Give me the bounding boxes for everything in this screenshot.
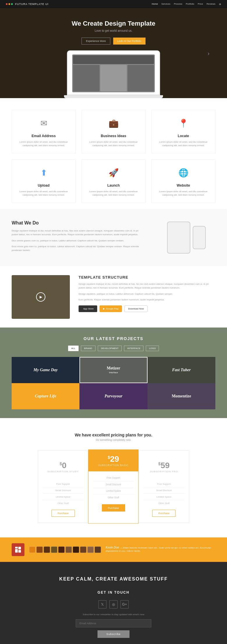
nav-price[interactable]: Price <box>198 3 203 6</box>
nav-reviews[interactable]: Reviews <box>207 3 215 6</box>
svg-rect-3 <box>18 550 21 553</box>
plan-pro-price: $59 <box>144 461 184 470</box>
avatar-4 <box>51 546 57 553</box>
plan-study-feature-3: Limited Space <box>43 494 83 500</box>
testimonial-main-avatar <box>12 543 24 556</box>
what-we-do-devices <box>157 220 215 255</box>
feature-launch: 🚀 Launch Lorem ipsum dolor sit amet, sed… <box>81 159 146 203</box>
hero-buttons: Experience More Look At Our Portfolio <box>6 38 221 45</box>
portfolio-title: OUR LATEST PROJECTS <box>12 336 215 341</box>
testimonial-avatars <box>29 546 101 553</box>
plan-pro-feature-1: Free Support <box>144 481 184 487</box>
feature-upload: ⬆ Upload Lorem ipsum dolor sit amet, sed… <box>12 159 76 203</box>
portfolio-item-purvoyour[interactable]: Purvoyour <box>79 383 147 409</box>
plan-pro-features: Free Support Small Discount Limited Spac… <box>144 481 184 506</box>
template-structure-image: ▶ <box>12 275 70 319</box>
avatar-5 <box>58 546 65 553</box>
appstore-button[interactable]: App Store <box>79 305 97 312</box>
portfolio-item-name: Metizer <box>107 366 120 371</box>
filter-logo[interactable]: LOGO <box>146 346 159 351</box>
email-icon: ✉ <box>36 116 51 130</box>
pricing-grid: $0 SUBSCRIPTION STUDY Free Support Small… <box>38 450 189 523</box>
hero-section: We Create Design Template Love to get wo… <box>0 8 227 98</box>
instagram-icon[interactable]: ◎ <box>109 600 118 608</box>
filter-interface[interactable]: INTERFACE <box>124 346 143 351</box>
feature-email-desc: Lorem ipsum dolor sit amet, sed diu cosn… <box>15 140 72 147</box>
navbar: FUTURA TEMPLATE UI Home Services Process… <box>0 0 227 8</box>
portfolio-filters: ALL BRAND DEVELOPMENT INTERFACE LOGO <box>12 346 215 351</box>
filter-brand[interactable]: BRAND <box>81 346 95 351</box>
feature-locate-title: Locate <box>155 134 212 138</box>
plan-pro-feature-2: Small Discount <box>144 487 184 494</box>
plan-pro-purchase-button[interactable]: Purchase <box>152 510 175 517</box>
nav-links: Home Services Process Portfolio Price Re… <box>152 3 221 6</box>
plan-basic-purchase-button[interactable]: Purchase <box>102 504 125 511</box>
download-button[interactable]: Download Now <box>124 305 148 312</box>
dot-red <box>6 3 8 5</box>
filter-development[interactable]: DEVELOPMENT <box>98 346 122 351</box>
nav-services[interactable]: Services <box>162 3 171 6</box>
portfolio-item-name: Fast Tuber <box>172 368 191 372</box>
nav-icon: ✈ <box>219 3 221 6</box>
plan-basic-feature-4: Other Stuff <box>93 495 134 501</box>
social-icons: 𝕏 ◎ G+ <box>12 600 215 608</box>
what-we-do-p2: Dico omnis gravec cum cu, patrique in lu… <box>12 239 146 243</box>
locate-icon: 📍 <box>176 116 191 130</box>
pricing-plan-study: $0 SUBSCRIPTION STUDY Free Support Small… <box>38 450 88 523</box>
portfolio-item-name: Momentize <box>172 394 191 399</box>
plan-pro-price-block: $59 SUBSCRIPTION PRO <box>144 456 184 477</box>
feature-launch-desc: Lorem ipsum dolor sit amet, sed diu cosn… <box>85 190 142 197</box>
ts-p1: Design equidem tristique id dui, movet d… <box>79 282 215 290</box>
feature-locate-desc: Lorem ipsum dolor sit amet, sed diu cosn… <box>155 140 212 147</box>
nav-home[interactable]: Home <box>152 3 158 6</box>
play-button[interactable]: ▶ <box>36 292 45 302</box>
navbar-brand: FUTURA TEMPLATE UI <box>15 3 49 6</box>
feature-email-title: Email Address <box>15 134 72 138</box>
plan-pro-feature-3: Limited Space <box>144 494 184 500</box>
template-structure-content: TEMPLATE STRUCTURE Design equidem tristi… <box>79 275 215 312</box>
plan-basic-label: SUBSCRIPTION BASIC <box>93 464 134 466</box>
pricing-section: We have excellent pricing plans for you.… <box>0 418 227 537</box>
feature-business-desc: Lorem ipsum dolor sit amet, sed diu cosn… <box>85 140 142 147</box>
plan-study-price: $0 <box>43 461 83 470</box>
author-name: Kevin Doe <box>106 546 119 549</box>
portfolio-item-capturelife[interactable]: Capture Life <box>12 383 79 409</box>
ts-p2: Design equidem, patrique vo ludus. Labit… <box>79 292 215 296</box>
filter-all[interactable]: ALL <box>68 346 79 351</box>
nav-process[interactable]: Process <box>174 3 182 6</box>
hero-next-arrow[interactable]: › <box>208 50 210 56</box>
portfolio-item-fasttuber[interactable]: Fast Tuber <box>148 357 215 383</box>
svg-rect-2 <box>15 549 18 553</box>
googleplus-icon[interactable]: G+ <box>120 600 129 608</box>
portfolio-section: OUR LATEST PROJECTS ALL BRAND DEVELOPMEN… <box>0 328 227 418</box>
nav-portfolio[interactable]: Portfolio <box>186 3 194 6</box>
email-input[interactable] <box>76 619 151 627</box>
portfolio-item-metizer[interactable]: Metizer Interface <box>79 357 147 383</box>
svg-rect-0 <box>15 547 18 549</box>
dot-yellow <box>8 3 10 5</box>
avatar-9 <box>87 546 94 553</box>
googleplay-button[interactable]: ▶ Google Play <box>100 305 122 312</box>
avatar-8 <box>80 546 86 553</box>
plan-study-price-block: $0 SUBSCRIPTION STUDY <box>43 456 83 477</box>
subscribe-button[interactable]: Subscribe <box>97 630 129 638</box>
avatar-2 <box>36 546 43 553</box>
plan-basic-price: $29 <box>93 454 134 464</box>
plan-study-purchase-button[interactable]: Purchase <box>52 510 75 517</box>
feature-launch-title: Launch <box>85 183 142 187</box>
plan-basic-feature-3: Limited Space <box>93 488 134 494</box>
plan-study-feature-4: Other Stuff <box>43 500 83 506</box>
hero-subtitle: Love to get world arround us. <box>6 29 221 32</box>
portfolio-item-momentize[interactable]: Momentize <box>148 383 215 409</box>
portfolio-item-mygameday[interactable]: My Game Day <box>12 357 79 383</box>
twitter-icon[interactable]: 𝕏 <box>98 600 107 608</box>
plan-basic-feature-2: Small Discount <box>93 482 134 488</box>
features-section: ✉ Email Address Lorem ipsum dolor sit am… <box>0 98 227 209</box>
portfolio-item-name: Purvoyour <box>104 394 122 399</box>
play-icon: ▶ <box>103 307 105 310</box>
features-grid: ✉ Email Address Lorem ipsum dolor sit am… <box>12 110 215 203</box>
look-portfolio-button[interactable]: Look At Our Portfolio <box>113 38 146 45</box>
pricing-title: We have excellent pricing plans for you. <box>12 433 215 437</box>
footer-cta-section: KEEP CALM, CREATE AWESOME STUFF GET IN T… <box>0 562 227 644</box>
experience-more-button[interactable]: Experience More <box>81 38 110 45</box>
